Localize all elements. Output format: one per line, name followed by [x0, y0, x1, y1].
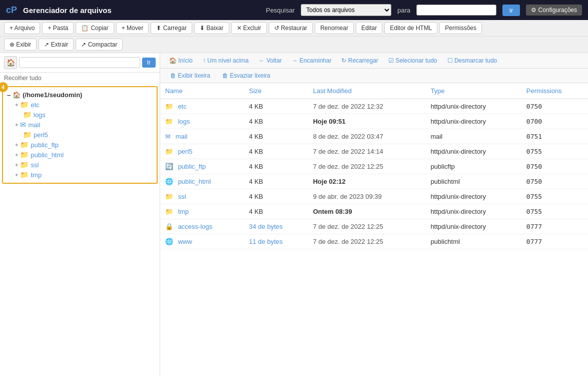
sidebar-home-button[interactable]: 🏠 — [4, 56, 17, 69]
cell-permissions: 0755 — [521, 144, 588, 159]
col-size[interactable]: Size — [244, 83, 308, 99]
cell-name[interactable]: 📁 perl5 — [160, 144, 244, 159]
cell-type: mail — [425, 129, 521, 144]
tree-item-perl5[interactable]: 📁 perl5 — [21, 130, 155, 140]
expand-ssl-icon: + — [15, 162, 18, 168]
table-row[interactable]: 📁 etc 4 KB 7 de dez. de 2022 12:32 httpd… — [160, 99, 588, 114]
table-row[interactable]: 🌐 www 11 de bytes 7 de dez. de 2022 12:2… — [160, 234, 588, 249]
sidebar-collapse-all[interactable]: Recolher tudo — [0, 73, 160, 84]
search-type-select[interactable]: Todos os arquivos Somente nome de arquiv… — [301, 4, 391, 16]
search-ir-button[interactable]: ir — [502, 5, 520, 16]
extract-button[interactable]: ↗ Extrair — [39, 39, 74, 51]
tree-link-tmp[interactable]: tmp — [31, 171, 42, 179]
tree-link-logs[interactable]: logs — [34, 111, 46, 119]
cell-name[interactable]: 📁 tmp — [160, 204, 244, 219]
table-row[interactable]: ✉ mail 4 KB 8 de dez. de 2022 03:47 mail… — [160, 129, 588, 144]
folder-icon-perl5: 📁 — [23, 131, 32, 139]
download-button[interactable]: ⬇ Baixar — [194, 22, 229, 34]
cell-name[interactable]: 📁 etc — [160, 99, 244, 114]
nav-desmarcar-tudo-button[interactable]: ☐ Desmarcar tudo — [444, 56, 500, 65]
col-permissions[interactable]: Permissions — [521, 83, 588, 99]
sidebar-path-input[interactable] — [19, 57, 140, 68]
permissions-button[interactable]: Permissões — [439, 22, 482, 34]
file-name-link[interactable]: www — [178, 238, 192, 245]
tree-root[interactable]: – 🏠 (/home1/seudomin) — [5, 90, 155, 100]
col-modified[interactable]: Last Modified — [308, 83, 425, 99]
copy-button[interactable]: 📋Copiar — [76, 22, 114, 34]
nav-inicio-button[interactable]: 🏠 Início — [166, 56, 196, 65]
cell-permissions: 0750 — [521, 174, 588, 189]
file-name-link[interactable]: access-logs — [178, 223, 213, 230]
cell-name[interactable]: 🌐 public_html — [160, 174, 244, 189]
new-file-button[interactable]: + Arquivo — [4, 22, 40, 34]
table-row[interactable]: 📁 perl5 4 KB 7 de dez. de 2022 14:14 htt… — [160, 144, 588, 159]
rename-button[interactable]: Renomear — [315, 22, 354, 34]
nav-up-button[interactable]: ↑ Um nível acima — [200, 56, 252, 65]
delete-button[interactable]: ✕ Excluir — [231, 22, 267, 34]
table-row[interactable]: 📁 logs 4 KB Hoje 09:51 httpd/unix-direct… — [160, 114, 588, 129]
tree-item-tmp[interactable]: + 📁 tmp — [13, 170, 155, 180]
tree-link-public-html[interactable]: public_html — [31, 151, 64, 159]
cell-name[interactable]: 🔒 access-logs — [160, 219, 244, 234]
cell-name[interactable]: 📁 ssl — [160, 189, 244, 204]
tree-item-logs[interactable]: 📁 logs — [21, 110, 155, 120]
cell-modified: 9 de abr. de 2023 09:39 — [308, 189, 425, 204]
nav-encaminhar-button[interactable]: → Encaminhar — [289, 56, 334, 65]
tree-item-public-ftp[interactable]: + 📁 public_ftp — [13, 140, 155, 150]
tree-link-etc[interactable]: etc — [31, 101, 39, 109]
file-name-link[interactable]: public_html — [178, 178, 211, 185]
table-row[interactable]: 🔄 public_ftp 4 KB 7 de dez. de 2022 12:2… — [160, 159, 588, 174]
search-input[interactable] — [416, 5, 496, 16]
new-folder-button[interactable]: + Pasta — [42, 22, 74, 34]
nav-selecionar-tudo-button[interactable]: ☑ Selecionar tudo — [385, 56, 440, 65]
tree-item-etc[interactable]: + 📁 etc — [13, 100, 155, 110]
tree-link-public-ftp[interactable]: public_ftp — [31, 141, 59, 149]
restore-button[interactable]: ↺ Restaurar — [269, 22, 313, 34]
empty-trash-button[interactable]: 🗑 Esvaziar lixeira — [218, 71, 274, 80]
table-row[interactable]: 📁 ssl 4 KB 9 de abr. de 2023 09:39 httpd… — [160, 189, 588, 204]
content-nav: 🏠 Início ↑ Um nível acima ← Voltar → Enc… — [160, 53, 588, 69]
cell-modified: 7 de dez. de 2022 12:25 — [308, 159, 425, 174]
upload-button[interactable]: ⬆ Carregar — [151, 22, 192, 34]
folder-icon-etc: 📁 — [20, 101, 29, 109]
file-name-link[interactable]: etc — [178, 103, 187, 110]
compact-button[interactable]: ↗ Compactar — [76, 39, 123, 51]
tree-container: 4 – 🏠 (/home1/seudomin) + 📁 etc 📁 — [2, 86, 158, 184]
cell-size: 4 KB — [244, 99, 308, 114]
nav-recarregar-button[interactable]: ↻ Recarregar — [338, 56, 381, 65]
col-type[interactable]: Type — [425, 83, 521, 99]
cell-name[interactable]: ✉ mail — [160, 129, 244, 144]
sidebar-go-button[interactable]: Ir — [142, 58, 156, 68]
file-name-link[interactable]: perl5 — [178, 148, 193, 155]
file-name-link[interactable]: tmp — [178, 208, 189, 215]
sidebar: 🏠 Ir Recolher tudo 4 – 🏠 (/home1/seudomi… — [0, 53, 160, 376]
file-name-link[interactable]: mail — [176, 133, 188, 140]
tree-link-perl5[interactable]: perl5 — [34, 131, 48, 139]
app-title: Gerenciador de arquivos — [23, 6, 260, 15]
edit-button[interactable]: Editar — [356, 22, 382, 34]
table-row[interactable]: 🔒 access-logs 34 de bytes 7 de dez. de 2… — [160, 219, 588, 234]
cell-type: publichtml — [425, 234, 521, 249]
cell-name[interactable]: 🌐 www — [160, 234, 244, 249]
tree-item-ssl[interactable]: + 📁 ssl — [13, 160, 155, 170]
table-row[interactable]: 🌐 public_html 4 KB Hoje 02:12 publichtml… — [160, 174, 588, 189]
view-button[interactable]: ⊕ Exibir — [4, 39, 37, 51]
config-button[interactable]: ⚙ Configurações — [526, 5, 582, 16]
file-name-link[interactable]: public_ftp — [178, 163, 206, 170]
nav-voltar-button[interactable]: ← Voltar — [256, 56, 285, 65]
tree-link-mail[interactable]: mail — [28, 121, 40, 129]
tree-indent-logs: 📁 logs — [13, 110, 155, 120]
tree-link-ssl[interactable]: ssl — [31, 161, 39, 169]
file-name-link[interactable]: logs — [178, 118, 190, 125]
cell-name[interactable]: 🔄 public_ftp — [160, 159, 244, 174]
move-button[interactable]: + Mover — [116, 22, 149, 34]
html-editor-button[interactable]: Editor de HTML — [384, 22, 437, 34]
tree-item-public-html[interactable]: + 📁 public_html — [13, 150, 155, 160]
file-name-link[interactable]: ssl — [178, 193, 186, 200]
file-icon: 📁 — [165, 148, 173, 155]
view-trash-button[interactable]: 🗑 Exibir lixeira — [166, 71, 214, 80]
table-row[interactable]: 📁 tmp 4 KB Ontem 08:39 httpd/unix-direct… — [160, 204, 588, 219]
tree-item-mail[interactable]: + ✉ mail — [13, 120, 155, 130]
cell-name[interactable]: 📁 logs — [160, 114, 244, 129]
col-name[interactable]: Name — [160, 83, 244, 99]
